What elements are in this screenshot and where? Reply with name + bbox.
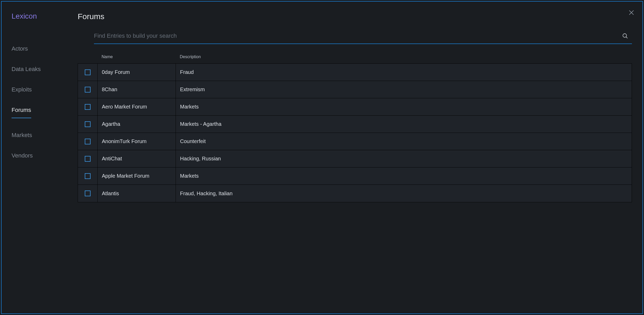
cell-description: Fraud bbox=[176, 64, 632, 81]
sidebar-item-label: Data Leaks bbox=[12, 66, 41, 72]
cell-description: Markets bbox=[176, 98, 632, 115]
cell-description: Counterfeit bbox=[176, 133, 632, 150]
sidebar-item-exploits[interactable]: Exploits bbox=[12, 86, 32, 93]
main-content: Forums Name Description 0day ForumFraud8… bbox=[78, 2, 642, 313]
sidebar-item-forums[interactable]: Forums bbox=[12, 107, 31, 118]
column-header-description: Description bbox=[176, 55, 632, 59]
cell-description: Hacking, Russian bbox=[176, 150, 632, 167]
sidebar-item-actors[interactable]: Actors bbox=[12, 45, 28, 52]
search-input[interactable] bbox=[94, 31, 622, 41]
sidebar-item-vendors[interactable]: Vendors bbox=[12, 152, 33, 159]
close-button[interactable] bbox=[628, 9, 635, 16]
cell-checkbox bbox=[78, 81, 98, 98]
table-row: AnonimTurk ForumCounterfeit bbox=[78, 133, 632, 150]
table-row: AgarthaMarkets - Agartha bbox=[78, 116, 632, 133]
sidebar-item-label: Markets bbox=[12, 132, 32, 138]
cell-name: AntiChat bbox=[98, 150, 176, 167]
cell-checkbox bbox=[78, 98, 98, 115]
cell-checkbox bbox=[78, 167, 98, 184]
cell-checkbox bbox=[78, 133, 98, 150]
page-title: Forums bbox=[78, 12, 632, 21]
svg-line-3 bbox=[626, 37, 628, 39]
cell-checkbox bbox=[78, 185, 98, 202]
table-row: 0day ForumFraud bbox=[78, 64, 632, 81]
cell-name: Atlantis bbox=[98, 185, 176, 202]
row-checkbox[interactable] bbox=[85, 156, 91, 162]
cell-checkbox bbox=[78, 64, 98, 81]
row-checkbox[interactable] bbox=[85, 191, 91, 196]
row-checkbox[interactable] bbox=[85, 139, 91, 144]
cell-checkbox bbox=[78, 150, 98, 167]
svg-point-2 bbox=[623, 34, 627, 37]
row-checkbox[interactable] bbox=[85, 173, 91, 179]
cell-description: Markets bbox=[176, 167, 632, 184]
table-row: AntiChatHacking, Russian bbox=[78, 150, 632, 167]
cell-description: Markets - Agartha bbox=[176, 116, 632, 133]
cell-name: AnonimTurk Forum bbox=[98, 133, 176, 150]
column-header-checkbox bbox=[78, 55, 97, 59]
table-header: Name Description bbox=[78, 52, 632, 63]
cell-name: 8Chan bbox=[98, 81, 176, 98]
row-checkbox[interactable] bbox=[85, 121, 91, 127]
table-wrapper: Name Description 0day ForumFraud8ChanExt… bbox=[78, 52, 632, 202]
sidebar-item-markets[interactable]: Markets bbox=[12, 132, 32, 139]
sidebar-item-label: Forums bbox=[12, 107, 31, 113]
cell-name: Agartha bbox=[98, 116, 176, 133]
table-row: AtlantisFraud, Hacking, Italian bbox=[78, 185, 632, 202]
modal-container: Lexicon ActorsData LeaksExploitsForumsMa… bbox=[1, 1, 643, 314]
sidebar-item-data-leaks[interactable]: Data Leaks bbox=[12, 66, 41, 73]
sidebar-item-label: Exploits bbox=[12, 86, 32, 93]
table-row: 8ChanExtremism bbox=[78, 81, 632, 98]
row-checkbox[interactable] bbox=[85, 87, 91, 93]
row-checkbox[interactable] bbox=[85, 104, 91, 110]
row-checkbox[interactable] bbox=[85, 69, 91, 75]
cell-checkbox bbox=[78, 116, 98, 133]
cell-name: 0day Forum bbox=[98, 64, 176, 81]
search-row bbox=[94, 31, 632, 44]
sidebar-nav: ActorsData LeaksExploitsForumsMarketsVen… bbox=[12, 45, 78, 159]
table-body: 0day ForumFraud8ChanExtremismAero Market… bbox=[78, 63, 632, 202]
table-row: Apple Market ForumMarkets bbox=[78, 167, 632, 185]
cell-name: Aero Market Forum bbox=[98, 98, 176, 115]
column-header-name: Name bbox=[97, 55, 176, 59]
search-icon bbox=[622, 33, 628, 39]
sidebar: Lexicon ActorsData LeaksExploitsForumsMa… bbox=[2, 2, 78, 313]
cell-description: Extremism bbox=[176, 81, 632, 98]
sidebar-item-label: Vendors bbox=[12, 152, 33, 159]
table-row: Aero Market ForumMarkets bbox=[78, 98, 632, 116]
sidebar-title: Lexicon bbox=[12, 12, 78, 20]
sidebar-item-label: Actors bbox=[12, 45, 28, 52]
cell-name: Apple Market Forum bbox=[98, 167, 176, 184]
cell-description: Fraud, Hacking, Italian bbox=[176, 185, 632, 202]
close-icon bbox=[628, 9, 635, 16]
